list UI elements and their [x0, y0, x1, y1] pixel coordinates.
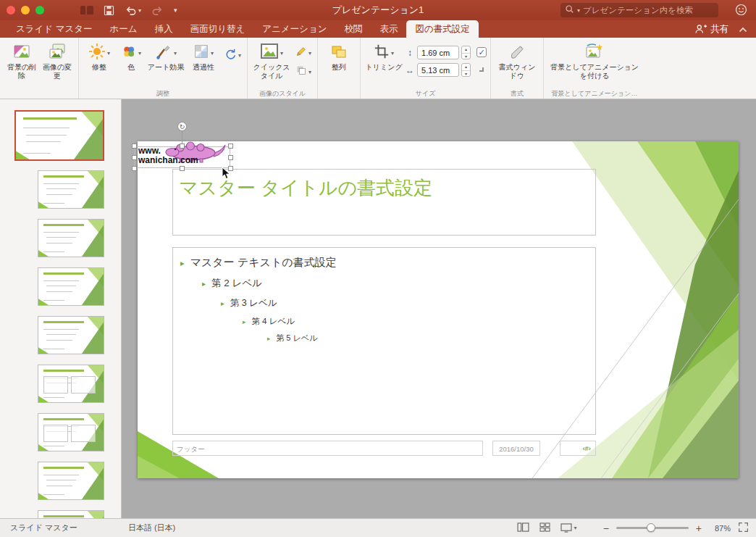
tab-7[interactable]: 表示 [371, 20, 406, 38]
animate-as-background-button[interactable]: 背景としてアニメーションを付ける [547, 41, 642, 80]
slide-sorter-view-icon[interactable] [539, 523, 550, 533]
slide[interactable]: マスター タイトルの書式設定 ▸マスター テキストの書式設定▸第 2 レベル▸第… [138, 141, 739, 478]
quick-styles-button[interactable]: ▾ クイックスタイル [251, 41, 292, 80]
search-icon [565, 4, 574, 17]
corrections-button[interactable]: ▾ 修整 [83, 41, 116, 72]
group-label-size: サイズ [364, 88, 487, 99]
height-stepper[interactable]: ▴ ▾ [461, 46, 471, 59]
height-stepper-up[interactable]: ▴ [462, 46, 470, 54]
zoom-window-button[interactable] [35, 6, 44, 14]
toolbar-options-chevron[interactable]: ▾ [174, 7, 177, 14]
save-icon[interactable] [104, 5, 114, 16]
handle-top-right[interactable] [228, 143, 233, 149]
undo-button[interactable]: ▾ [125, 5, 141, 15]
remove-background-button[interactable]: 背景の削除 [5, 41, 38, 80]
zoom-slider[interactable] [616, 527, 689, 529]
slideshow-view-button[interactable]: ▾ [560, 523, 577, 533]
zoom-out-button[interactable]: − [603, 523, 609, 534]
shape-width-field[interactable]: 5.13 cm [417, 63, 459, 77]
tab-6[interactable]: 校閲 [335, 20, 371, 38]
tab-3[interactable]: 挿入 [146, 20, 182, 38]
person-plus-icon [694, 23, 707, 35]
share-button[interactable]: 共有 [694, 23, 728, 36]
search-input[interactable] [583, 6, 714, 14]
shape-height-field[interactable]: 1.69 cm [417, 46, 459, 59]
quick-styles-chevron[interactable]: ▾ [280, 50, 283, 57]
handle-top-left[interactable] [132, 143, 137, 149]
handle-bottom-center[interactable] [180, 166, 185, 171]
picture-effects-button[interactable]: ▾ [293, 64, 314, 80]
width-stepper[interactable]: ▴ ▾ [461, 63, 471, 77]
selected-picture[interactable]: ↻ www. wanichan.com [135, 146, 230, 168]
picture-effects-chevron[interactable]: ▾ [308, 69, 311, 75]
share-label: 共有 [710, 23, 728, 36]
picture-border-pen-icon [295, 46, 307, 60]
corrections-chevron[interactable]: ▾ [107, 50, 110, 57]
handle-top-center[interactable] [180, 143, 185, 149]
slide-thumbnail-9[interactable] [38, 510, 104, 518]
language-button[interactable]: 日本語 (日本) [128, 523, 175, 533]
picture-border-chevron[interactable]: ▾ [308, 50, 311, 57]
slide-thumbnail-2[interactable] [38, 170, 104, 209]
slide-thumbnail-6[interactable] [38, 365, 104, 403]
zoom-in-button[interactable]: + [696, 523, 702, 534]
rotation-handle[interactable]: ↻ [177, 122, 187, 131]
slide-number-placeholder[interactable]: ‹#› [560, 441, 596, 456]
reset-picture-button[interactable]: ▾ [222, 41, 243, 64]
feedback-smiley-icon[interactable] [735, 4, 747, 19]
ribbon-collapse-chevron[interactable] [739, 22, 747, 36]
close-button[interactable] [7, 6, 15, 14]
footer-placeholder[interactable]: フッター [172, 441, 483, 456]
date-placeholder[interactable]: 2016/10/30 [492, 441, 540, 456]
width-stepper-up[interactable]: ▴ [462, 64, 470, 71]
artistic-effects-button[interactable]: ▾ アート効果 [146, 41, 185, 72]
zoom-slider-knob[interactable] [647, 523, 655, 532]
handle-bottom-left[interactable] [132, 166, 137, 171]
format-pane-button[interactable]: 書式ウィンドウ [495, 41, 539, 80]
title-placeholder[interactable]: マスター タイトルの書式設定 [172, 169, 596, 236]
minimize-button[interactable] [21, 6, 30, 14]
lock-aspect-ratio-checkbox[interactable]: ✓ [476, 47, 487, 57]
logo-line2: wanichan.com [138, 156, 198, 165]
slide-thumbnail-4[interactable] [38, 267, 104, 306]
picture-border-button[interactable]: ▾ [293, 45, 314, 61]
change-picture-button[interactable]: 画像の変更 [40, 41, 75, 80]
shape-width-icon: ↔ [405, 65, 415, 75]
arrange-button[interactable]: 整列 [322, 41, 356, 72]
slide-thumbnail-5[interactable] [38, 316, 104, 354]
slide-thumbnail-3[interactable] [38, 219, 104, 257]
transparency-button[interactable]: ▾ 透過性 [187, 41, 220, 72]
shape-height-icon: ↕ [405, 48, 415, 58]
sidebar-toggle-icon[interactable] [80, 5, 93, 15]
slide-thumbnail-8[interactable] [38, 462, 104, 500]
slide-thumbnail-1[interactable] [14, 110, 104, 161]
handle-middle-right[interactable] [228, 155, 233, 160]
reset-picture-chevron[interactable]: ▾ [238, 52, 241, 59]
color-chevron[interactable]: ▾ [138, 50, 141, 57]
normal-view-icon[interactable] [517, 523, 529, 533]
artistic-effects-chevron[interactable]: ▾ [174, 50, 177, 57]
tab-5[interactable]: アニメーション [253, 20, 335, 38]
transparency-chevron[interactable]: ▾ [211, 50, 214, 57]
crop-chevron[interactable]: ▾ [391, 50, 394, 57]
tab-2[interactable]: ホーム [101, 20, 146, 38]
undo-menu-chevron[interactable]: ▾ [138, 7, 141, 14]
crop-button[interactable]: ▾ トリミング [364, 41, 403, 72]
ribbon-group-format: 書式ウィンドウ 書式 [490, 38, 543, 99]
height-stepper-down[interactable]: ▾ [462, 54, 470, 60]
search-scope-chevron[interactable]: ▾ [577, 7, 580, 14]
footer-text: フッター [173, 441, 482, 454]
slide-thumbnail-7[interactable] [38, 413, 104, 451]
search-box[interactable]: ▾ [560, 3, 718, 17]
bullet-icon: ▸ [243, 318, 245, 325]
body-placeholder[interactable]: ▸マスター テキストの書式設定▸第 2 レベル▸第 3 レベル▸第 4 レベル▸… [172, 247, 596, 435]
color-button[interactable]: ▾ 色 [117, 41, 145, 72]
handle-middle-left[interactable] [132, 155, 137, 160]
ribbon-tab-bar: スライド マスターホーム挿入画面切り替えアニメーション校閲表示図の書式設定 共有 [0, 20, 756, 38]
tab-8[interactable]: 図の書式設定 [406, 20, 478, 38]
view-options-chevron[interactable]: ▾ [574, 525, 577, 531]
tab-1[interactable]: スライド マスター [7, 20, 101, 38]
tab-4[interactable]: 画面切り替え [182, 20, 254, 38]
width-stepper-down[interactable]: ▾ [462, 71, 470, 78]
fit-slide-to-window-icon[interactable] [738, 522, 749, 534]
